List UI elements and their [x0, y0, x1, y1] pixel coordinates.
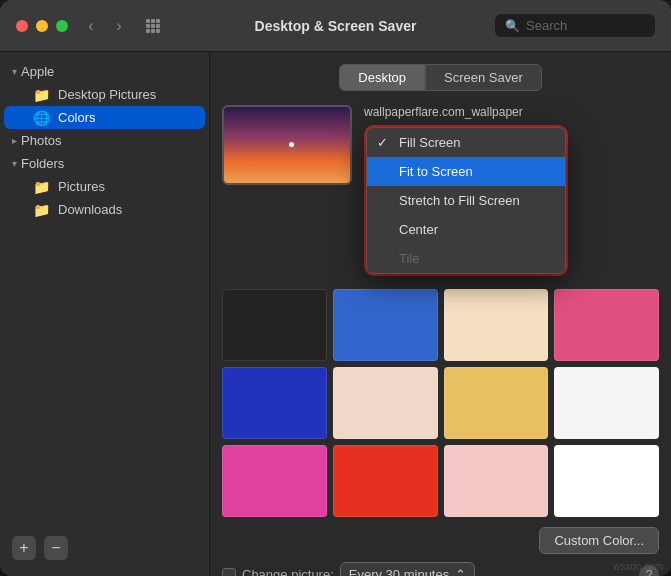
dropdown-item-stretch[interactable]: Stretch to Fill Screen: [367, 186, 565, 215]
dropdown-container: ✓ Fill Screen Fit to Screen Stretch to F…: [364, 125, 659, 277]
color-swatch-11[interactable]: [554, 445, 659, 517]
sidebar-section-label: Apple: [21, 64, 54, 79]
forward-button[interactable]: ›: [108, 15, 130, 37]
color-swatch-4[interactable]: [222, 367, 327, 439]
sidebar-section-apple[interactable]: ▾ Apple: [0, 60, 209, 83]
sidebar-item-downloads[interactable]: 📁 Downloads: [4, 198, 205, 221]
preview-dot: [289, 142, 294, 147]
right-panel: Desktop Screen Saver wallpaperflare.com_…: [210, 52, 671, 576]
folder-icon: 📁: [32, 88, 50, 102]
arrow-icon: ▾: [12, 158, 17, 169]
change-picture-label: Change picture:: [242, 567, 334, 576]
sidebar-section-folders[interactable]: ▾ Folders: [0, 152, 209, 175]
sidebar-bottom: + −: [0, 528, 209, 568]
tab-screen-saver[interactable]: Screen Saver: [425, 64, 542, 91]
window-title: Desktop & Screen Saver: [176, 18, 495, 34]
interval-label: Every 30 minutes: [349, 567, 449, 576]
chevron-down-icon: ⌃: [455, 567, 466, 576]
svg-rect-0: [146, 19, 150, 23]
folder-icon: 📁: [32, 180, 50, 194]
svg-rect-2: [156, 19, 160, 23]
dropdown-item-center[interactable]: Center: [367, 215, 565, 244]
main-content: ▾ Apple 📁 Desktop Pictures 🌐 Colors ▸ Ph…: [0, 52, 671, 576]
search-icon: 🔍: [505, 19, 520, 33]
sidebar-item-label: Colors: [58, 110, 96, 125]
segmented-control: Desktop Screen Saver: [222, 64, 659, 91]
nav-buttons: ‹ ›: [80, 15, 130, 37]
remove-source-button[interactable]: −: [44, 536, 68, 560]
footer-row: Change picture: Every 30 minutes ⌃ ?: [222, 562, 659, 576]
back-button[interactable]: ‹: [80, 15, 102, 37]
sidebar-item-label: Desktop Pictures: [58, 87, 156, 102]
color-swatch-0[interactable]: [222, 289, 327, 361]
dropdown-menu-wrapper: ✓ Fill Screen Fit to Screen Stretch to F…: [364, 125, 568, 276]
change-picture-row: Change picture: Every 30 minutes ⌃: [222, 562, 475, 576]
svg-rect-1: [151, 19, 155, 23]
sidebar-item-pictures[interactable]: 📁 Pictures: [4, 175, 205, 198]
dropdown-item-fill-screen[interactable]: ✓ Fill Screen: [367, 128, 565, 157]
search-input[interactable]: [526, 18, 645, 33]
color-swatch-8[interactable]: [222, 445, 327, 517]
wallpaper-preview: [222, 105, 352, 185]
add-source-button[interactable]: +: [12, 536, 36, 560]
main-window: ‹ › Desktop & Screen Saver 🔍: [0, 0, 671, 576]
preview-filename: wallpaperflare.com_wallpaper: [364, 105, 659, 119]
sidebar-section-photos[interactable]: ▸ Photos: [0, 129, 209, 152]
grid-icon[interactable]: [142, 15, 164, 37]
change-picture-checkbox[interactable]: [222, 568, 236, 577]
traffic-lights: [16, 20, 68, 32]
custom-color-button[interactable]: Custom Color...: [539, 527, 659, 554]
search-box[interactable]: 🔍: [495, 14, 655, 37]
dropdown-item-fit-screen[interactable]: Fit to Screen: [367, 157, 565, 186]
color-swatch-10[interactable]: [444, 445, 549, 517]
arrow-icon: ▸: [12, 135, 17, 146]
svg-rect-7: [151, 29, 155, 33]
close-button[interactable]: [16, 20, 28, 32]
color-swatch-6[interactable]: [444, 367, 549, 439]
svg-rect-4: [151, 24, 155, 28]
interval-select[interactable]: Every 30 minutes ⌃: [340, 562, 475, 576]
svg-rect-3: [146, 24, 150, 28]
arrow-icon: ▾: [12, 66, 17, 77]
sidebar-item-desktop-pictures[interactable]: 📁 Desktop Pictures: [4, 83, 205, 106]
titlebar: ‹ › Desktop & Screen Saver 🔍: [0, 0, 671, 52]
sidebar-item-label: Downloads: [58, 202, 122, 217]
maximize-button[interactable]: [56, 20, 68, 32]
color-swatch-1[interactable]: [333, 289, 438, 361]
folder-icon: 📁: [32, 203, 50, 217]
color-swatch-9[interactable]: [333, 445, 438, 517]
dropdown-menu: ✓ Fill Screen Fit to Screen Stretch to F…: [366, 127, 566, 274]
svg-rect-6: [146, 29, 150, 33]
sidebar-section-label: Photos: [21, 133, 61, 148]
help-button[interactable]: ?: [639, 565, 659, 577]
dropdown-item-tile: Tile: [367, 244, 565, 273]
earth-icon: 🌐: [32, 111, 50, 125]
svg-rect-5: [156, 24, 160, 28]
color-swatch-5[interactable]: [333, 367, 438, 439]
swatches-grid: [222, 289, 659, 517]
sidebar-item-colors[interactable]: 🌐 Colors: [4, 106, 205, 129]
color-swatch-2[interactable]: [444, 289, 549, 361]
svg-rect-8: [156, 29, 160, 33]
checkmark-icon: ✓: [377, 135, 388, 150]
color-swatch-7[interactable]: [554, 367, 659, 439]
bottom-controls: Custom Color...: [222, 527, 659, 554]
sidebar: ▾ Apple 📁 Desktop Pictures 🌐 Colors ▸ Ph…: [0, 52, 210, 576]
sidebar-item-label: Pictures: [58, 179, 105, 194]
color-swatch-3[interactable]: [554, 289, 659, 361]
minimize-button[interactable]: [36, 20, 48, 32]
preview-row: wallpaperflare.com_wallpaper ✓ Fill Scre…: [222, 105, 659, 277]
tab-desktop[interactable]: Desktop: [339, 64, 425, 91]
sidebar-section-label: Folders: [21, 156, 64, 171]
preview-info: wallpaperflare.com_wallpaper ✓ Fill Scre…: [364, 105, 659, 277]
